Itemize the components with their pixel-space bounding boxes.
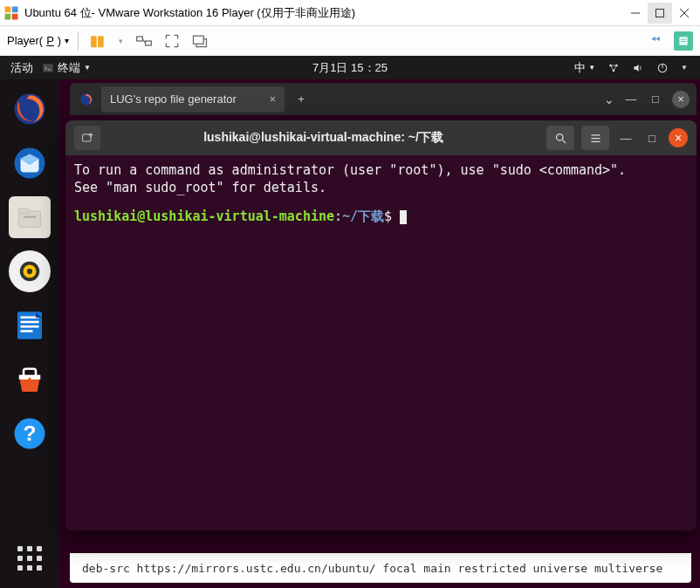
vmware-maximize-button[interactable] — [648, 3, 672, 24]
dock-libreoffice-writer[interactable] — [9, 304, 51, 346]
dock-show-apps[interactable] — [9, 537, 51, 579]
terminal-hamburger-button[interactable] — [581, 126, 609, 150]
tab-close-button[interactable]: × — [269, 92, 276, 106]
terminal-title: lushikai@lushikai-virtual-machine: ~/下载 — [107, 130, 539, 146]
chevron-down-icon: ▾ — [65, 36, 69, 45]
svg-line-43 — [562, 140, 566, 143]
terminal-small-icon — [42, 62, 54, 74]
svg-rect-10 — [194, 36, 204, 44]
tabs-dropdown-button[interactable]: ⌄ — [604, 92, 614, 106]
player-label-suffix: ) — [58, 34, 61, 47]
vmware-toolbar: Player(P) ▾ ▮▮ ▾ — [0, 26, 700, 56]
terminal-new-tab-button[interactable] — [74, 126, 100, 150]
vmware-close-button[interactable] — [672, 3, 697, 24]
svg-rect-8 — [137, 37, 143, 41]
vmware-window-title: Ubuntu 64 位- VMware Workstation 16 Playe… — [24, 5, 623, 21]
terminal-cursor — [400, 210, 407, 224]
terminal-prompt-line: lushikai@lushikai-virtual-machine:~/下载$ — [74, 209, 688, 226]
player-label-prefix: Player( — [7, 34, 43, 47]
volume-icon[interactable] — [632, 62, 644, 74]
chevron-down-icon: ▼ — [588, 64, 595, 72]
svg-rect-2 — [5, 13, 11, 19]
firefox-window-tabstrip: LUG's repo file generator × + ⌄ — □ × — [70, 83, 697, 115]
tab-title: LUG's repo file generator — [110, 92, 237, 106]
close-icon: × — [677, 93, 684, 105]
terminal-minimize-button[interactable]: — — [616, 128, 635, 147]
gnome-top-panel: 活动 终端 ▼ 7月1日 15：25 中 ▼ ▼ — [0, 56, 700, 79]
svg-point-27 — [27, 269, 32, 274]
firefox-close-button[interactable]: × — [672, 91, 690, 108]
player-menu-button[interactable]: Player(P) ▾ — [7, 34, 69, 47]
terminal-output-line: See "man sudo_root" for details. — [74, 180, 688, 197]
pause-button[interactable]: ▮▮ — [87, 31, 106, 51]
terminal-close-button[interactable]: × — [669, 128, 688, 147]
prompt-sep: : — [334, 209, 342, 224]
dock-firefox[interactable] — [9, 88, 51, 130]
dock-files[interactable] — [9, 196, 51, 238]
svg-point-42 — [556, 133, 563, 140]
toolbar-divider — [78, 31, 79, 51]
guest-desktop: 活动 终端 ▼ 7月1日 15：25 中 ▼ ▼ — [0, 56, 700, 588]
close-icon: × — [675, 132, 682, 144]
power-icon[interactable] — [656, 62, 669, 74]
chevron-down-icon: ▼ — [681, 64, 688, 72]
panel-clock[interactable]: 7月1日 15：25 — [312, 60, 388, 76]
input-method-indicator[interactable]: 中 ▼ — [574, 60, 595, 76]
firefox-minimize-button[interactable]: — — [623, 92, 639, 107]
terminal-titlebar: lushikai@lushikai-virtual-machine: ~/下载 … — [65, 120, 697, 155]
terminal-search-button[interactable] — [546, 126, 574, 150]
svg-rect-30 — [21, 321, 39, 324]
activities-button[interactable]: 活动 — [10, 60, 33, 76]
unity-button[interactable] — [190, 31, 209, 51]
new-tab-button[interactable]: + — [290, 88, 312, 111]
browser-content-line: deb-src https://mirrors.ustc.edu.cn/ubun… — [70, 553, 691, 583]
app-menu[interactable]: 终端 ▼ — [42, 60, 91, 76]
browser-tab[interactable]: LUG's repo file generator × — [101, 86, 285, 113]
svg-rect-0 — [5, 6, 11, 12]
ime-label: 中 — [574, 60, 586, 76]
svg-rect-1 — [12, 6, 18, 12]
svg-text:A: A — [26, 376, 34, 388]
dock-help[interactable]: ? — [9, 413, 51, 455]
send-keys-button[interactable] — [134, 31, 154, 51]
dock: A ? — [0, 79, 59, 588]
terminal-output-line: To run a command as administrator (user … — [74, 162, 688, 180]
terminal-maximize-button[interactable]: □ — [642, 128, 662, 147]
chevron-down-icon: ▼ — [84, 64, 91, 72]
svg-rect-23 — [18, 209, 28, 214]
terminal-body[interactable]: To run a command as administrator (user … — [65, 155, 697, 530]
firefox-maximize-button[interactable]: □ — [648, 92, 663, 107]
firefox-tab-icon — [77, 90, 96, 109]
svg-rect-14 — [43, 64, 53, 72]
svg-rect-3 — [12, 13, 18, 19]
prompt-end: $ — [384, 209, 400, 224]
svg-text:?: ? — [24, 421, 37, 445]
dock-thunderbird[interactable] — [9, 142, 51, 184]
pause-dropdown[interactable]: ▾ — [115, 31, 126, 51]
pause-icon: ▮▮ — [90, 32, 104, 49]
player-label-underline: P — [46, 34, 54, 47]
terminal-window: lushikai@lushikai-virtual-machine: ~/下载 … — [65, 120, 697, 530]
notes-button[interactable] — [674, 31, 693, 51]
vmware-titlebar: Ubuntu 64 位- VMware Workstation 16 Playe… — [0, 0, 700, 26]
svg-rect-5 — [656, 9, 664, 17]
vmware-logo-icon — [3, 5, 19, 21]
app-menu-label: 终端 — [58, 60, 80, 76]
svg-rect-11 — [679, 37, 687, 44]
dock-rhythmbox[interactable] — [9, 250, 51, 292]
svg-rect-9 — [146, 41, 152, 45]
svg-rect-24 — [24, 216, 36, 218]
svg-rect-32 — [21, 330, 33, 332]
svg-rect-31 — [21, 325, 39, 328]
prompt-user: lushikai@lushikai-virtual-machine — [74, 209, 334, 224]
apps-grid-icon — [17, 546, 42, 571]
dock-software-center[interactable]: A — [9, 359, 51, 400]
browser-bg-text: deb-src https://mirrors.ustc.edu.cn/ubun… — [82, 562, 662, 575]
prompt-path: ~/下载 — [342, 209, 384, 224]
fullscreen-button[interactable] — [162, 31, 182, 51]
vmware-minimize-button[interactable] — [623, 3, 648, 24]
rewind-button[interactable] — [646, 31, 665, 51]
svg-rect-39 — [83, 134, 91, 141]
network-icon[interactable] — [607, 62, 620, 74]
